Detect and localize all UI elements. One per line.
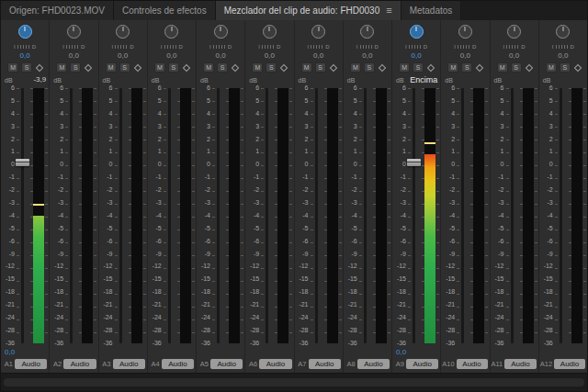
track-name[interactable]: Audio <box>504 359 536 369</box>
solo-button[interactable]: S <box>168 62 179 73</box>
pan-value[interactable]: 0,0 <box>295 50 343 61</box>
fader-track[interactable] <box>315 88 318 343</box>
mute-button[interactable]: M <box>350 62 361 73</box>
db-scale-label: 6 <box>148 85 162 91</box>
mute-button[interactable]: M <box>301 62 312 73</box>
fader-thumb[interactable] <box>407 159 421 166</box>
db-scale-label: 5 <box>50 98 63 104</box>
mute-button[interactable]: M <box>203 62 214 73</box>
keyframe-icon[interactable] <box>379 63 386 71</box>
keyframe-icon[interactable] <box>329 63 336 71</box>
fader-thumb[interactable] <box>16 159 29 166</box>
keyframe-icon[interactable] <box>574 63 582 71</box>
pan-value[interactable]: 0,0 <box>197 50 244 61</box>
horizontal-scrollbar[interactable] <box>4 378 584 386</box>
mute-button[interactable]: M <box>56 62 67 73</box>
keyframe-icon[interactable] <box>427 63 435 71</box>
pan-value[interactable]: 0,0 <box>344 50 391 61</box>
mute-button[interactable]: M <box>399 62 410 73</box>
pan-value[interactable]: 0,0 <box>99 50 147 61</box>
pan-value[interactable]: 0,0 <box>491 50 538 61</box>
pan-knob[interactable] <box>410 25 424 39</box>
volume-value[interactable]: 0,0 <box>5 349 15 356</box>
keyframe-icon[interactable] <box>280 63 288 71</box>
tab-metadata[interactable]: Metadatos <box>401 1 462 20</box>
track-name[interactable]: Audio <box>259 359 291 369</box>
mute-button[interactable]: M <box>497 62 508 73</box>
pan-knob[interactable] <box>18 25 32 39</box>
solo-button[interactable]: S <box>511 62 522 73</box>
pan-value[interactable]: 0,0 <box>50 50 97 61</box>
pan-value[interactable]: 0,0 <box>392 50 440 61</box>
solo-button[interactable]: S <box>266 62 277 73</box>
mute-button[interactable]: M <box>546 62 557 73</box>
pan-knob[interactable] <box>360 25 374 39</box>
fader-track[interactable] <box>364 88 367 343</box>
pan-knob[interactable] <box>507 25 521 39</box>
level-meter <box>180 88 191 343</box>
pan-knob[interactable] <box>458 25 472 39</box>
track-name[interactable]: Audio <box>63 359 96 369</box>
track-name[interactable]: Audio <box>457 359 488 369</box>
fader-track[interactable] <box>168 88 171 343</box>
track-name[interactable]: Audio <box>113 359 145 369</box>
pan-value[interactable]: 0,0 <box>1 50 49 61</box>
pan-value[interactable]: 0,0 <box>539 50 587 61</box>
solo-button[interactable]: S <box>21 62 32 73</box>
pan-value[interactable]: 0,0 <box>148 50 196 61</box>
pan-knob[interactable] <box>164 25 178 39</box>
db-scale-label: 2 <box>539 137 553 142</box>
fader-track[interactable] <box>21 88 24 343</box>
fader-track[interactable] <box>266 88 268 343</box>
volume-value[interactable]: 0,0 <box>396 349 406 356</box>
track-name[interactable]: Audio <box>554 359 585 369</box>
solo-button[interactable]: S <box>217 62 228 73</box>
tab-audio-clip-mixer[interactable]: Mezclador del clip de audio: FHD0030 ≡ <box>216 1 401 20</box>
tab-effect-controls[interactable]: Controles de efectos <box>114 1 216 20</box>
mute-button[interactable]: M <box>252 62 263 73</box>
pan-value[interactable]: 0,0 <box>245 50 293 61</box>
fader-track[interactable] <box>70 88 73 343</box>
track-name[interactable]: Audio <box>309 359 341 369</box>
keyframe-icon[interactable] <box>232 63 239 71</box>
panel-menu-icon[interactable]: ≡ <box>386 6 391 16</box>
keyframe-icon[interactable] <box>476 63 483 71</box>
keyframe-icon[interactable] <box>36 63 43 71</box>
keyframe-icon[interactable] <box>183 63 190 71</box>
pan-knob[interactable] <box>556 25 570 39</box>
fader-track[interactable] <box>217 88 220 343</box>
fader-track[interactable] <box>119 88 122 343</box>
solo-button[interactable]: S <box>315 62 326 73</box>
track-name[interactable]: Audio <box>15 359 47 369</box>
mute-button[interactable]: M <box>106 62 117 73</box>
pan-knob[interactable] <box>263 25 277 39</box>
track-name[interactable]: Audio <box>162 359 194 369</box>
solo-button[interactable]: S <box>364 62 375 73</box>
track-name[interactable]: Audio <box>210 359 243 369</box>
pan-knob[interactable] <box>311 25 325 39</box>
solo-button[interactable]: S <box>413 62 424 73</box>
fader-track[interactable] <box>461 88 464 343</box>
solo-button[interactable]: S <box>560 62 571 73</box>
db-unit-label: dB <box>249 77 257 84</box>
solo-button[interactable]: S <box>461 62 472 73</box>
fader-track[interactable] <box>511 88 514 343</box>
track-name[interactable]: Audio <box>406 359 438 369</box>
tab-source-monitor[interactable]: Origen: FHD0023.MOV <box>1 1 114 20</box>
mute-button[interactable]: M <box>447 62 458 73</box>
keyframe-icon[interactable] <box>85 63 92 71</box>
keyframe-icon[interactable] <box>525 63 532 71</box>
fader-track[interactable] <box>560 88 562 343</box>
keyframe-icon[interactable] <box>133 63 141 71</box>
mute-button[interactable]: M <box>7 62 18 73</box>
pan-knob[interactable] <box>67 25 81 39</box>
pan-knob[interactable] <box>116 25 130 39</box>
fader-track[interactable] <box>413 88 415 343</box>
track-name[interactable]: Audio <box>357 359 390 369</box>
solo-button[interactable]: S <box>119 62 130 73</box>
db-scale-label: 0 <box>1 162 15 167</box>
pan-knob[interactable] <box>214 25 228 39</box>
mute-button[interactable]: M <box>154 62 165 73</box>
pan-value[interactable]: 0,0 <box>441 50 489 61</box>
solo-button[interactable]: S <box>70 62 81 73</box>
